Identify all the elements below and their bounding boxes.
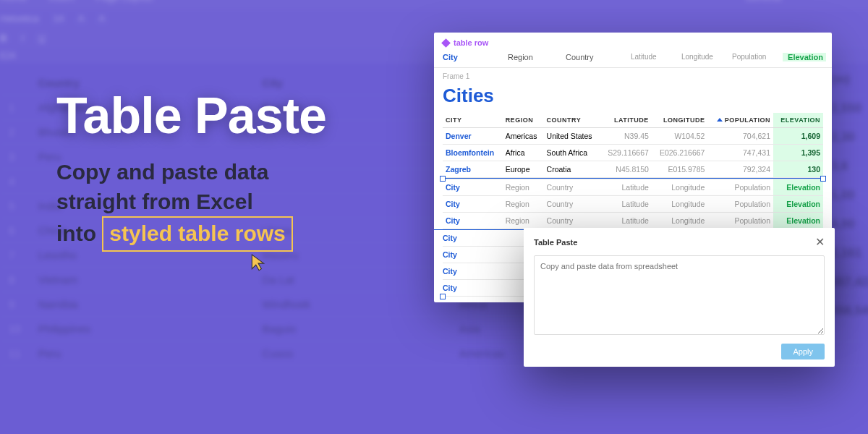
hero-sub-line-2: straight from Excel	[56, 190, 253, 213]
bg-general-label: General	[745, 0, 781, 3]
table-paste-dialog: Table Paste ✕ Apply	[524, 228, 835, 367]
data-table: CITY REGION COUNTRY LATITUDE LONGITUDE P…	[434, 113, 832, 229]
col-latitude[interactable]: Latitude	[631, 53, 681, 61]
bg-right-values: (m) 2,5502,303,61,004,002,161557,422558,…	[831, 72, 868, 333]
table-row-placeholder[interactable]: CityRegionCountryLatitudeLongitudePopula…	[443, 179, 823, 196]
close-icon[interactable]: ✕	[815, 237, 825, 248]
col-elevation[interactable]: Elevation	[783, 53, 826, 61]
hero-highlight-box: styled table rows	[102, 216, 292, 252]
bg-underline: U	[38, 33, 45, 43]
sort-asc-icon	[717, 118, 723, 122]
col-longitude[interactable]: Longitude	[681, 53, 732, 61]
bg-italic: I	[21, 33, 24, 43]
bg-ribbon-tabs: Home Insert Page Layout	[0, 0, 868, 9]
col-population[interactable]: Population	[732, 53, 783, 61]
bg-tab-home: Home	[0, 0, 27, 3]
col-city[interactable]: City	[443, 53, 508, 61]
table-row-placeholder[interactable]: CityRegionCountryLatitudeLongitudePopula…	[443, 196, 823, 213]
bg-bold: B	[0, 33, 7, 43]
table-header-row: CITY REGION COUNTRY LATITUDE LONGITUDE P…	[443, 113, 823, 128]
hero-title: Table Paste	[56, 87, 326, 145]
th-country[interactable]: COUNTRY	[544, 113, 600, 128]
th-latitude[interactable]: LATITUDE	[600, 113, 652, 128]
bg-tab-layout: Page Layout	[95, 0, 153, 3]
table-row-placeholder[interactable]: CityRegionCountryLatitudeLongitudePopula…	[443, 213, 823, 229]
layer-breadcrumb[interactable]: table row	[434, 33, 832, 50]
th-population[interactable]: POPULATION	[707, 113, 773, 128]
component-icon	[441, 38, 451, 48]
bg-meters-unit: (m)	[831, 72, 868, 87]
hero-subtitle: Copy and paste data straight from Excel …	[56, 158, 326, 252]
th-region[interactable]: REGION	[503, 113, 544, 128]
layer-name: table row	[454, 38, 488, 47]
dialog-title: Table Paste	[534, 238, 577, 247]
bg-font-size: 14	[53, 13, 63, 24]
bg-tab-insert: Insert	[48, 0, 74, 3]
table-title: Cities	[434, 82, 832, 113]
col-country[interactable]: Country	[566, 53, 631, 61]
apply-button[interactable]: Apply	[781, 344, 825, 359]
frame-label[interactable]: Frame 1	[434, 68, 832, 82]
cursor-icon	[249, 253, 268, 275]
table-row[interactable]: ZagrebEuropeCroatiaN45.8150E015.9785792,…	[443, 161, 823, 178]
hero-sub-line-1: Copy and paste data	[56, 160, 268, 184]
bg-font-name: Helvetica	[0, 13, 38, 24]
component-columns-header: City Region Country Latitude Longitude P…	[434, 50, 832, 68]
bg-format-bar: Helvetica 14 A A	[0, 9, 868, 28]
paste-textarea[interactable]	[534, 255, 825, 335]
table-row[interactable]: DenverAmericasUnited StatesN39.45W104.52…	[443, 128, 823, 145]
bg-font-grow: A	[78, 13, 85, 24]
th-longitude[interactable]: LONGITUDE	[652, 113, 708, 128]
th-elevation[interactable]: ELEVATION	[773, 113, 823, 128]
table-row[interactable]: BloemfonteinAfricaSouth AfricaS29.116667…	[443, 145, 823, 161]
col-region[interactable]: Region	[508, 53, 566, 61]
th-city[interactable]: CITY	[443, 113, 503, 128]
hero-sub-line-3-prefix: into	[56, 221, 102, 245]
hero-block: Table Paste Copy and paste data straight…	[56, 87, 326, 252]
bg-font-shrink: A	[99, 13, 106, 24]
